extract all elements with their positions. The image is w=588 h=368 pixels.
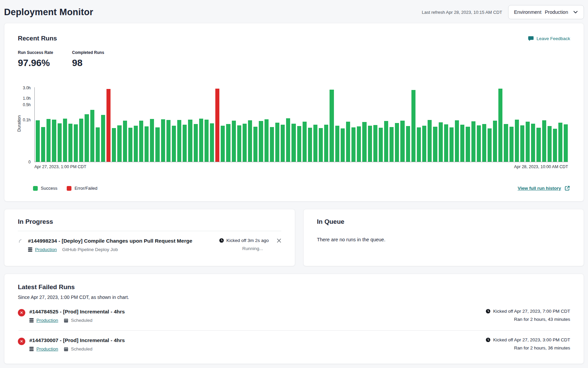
run-bar[interactable] [351, 127, 355, 162]
environment-link[interactable]: Production [36, 346, 58, 351]
run-bar[interactable] [275, 123, 279, 162]
run-bar[interactable] [444, 124, 448, 162]
run-bar[interactable] [297, 126, 301, 162]
run-bar[interactable] [482, 124, 486, 162]
run-bar[interactable] [134, 126, 138, 162]
run-bar[interactable] [128, 128, 132, 162]
run-bar[interactable] [112, 128, 116, 162]
run-bar[interactable] [433, 127, 437, 162]
run-bar[interactable] [210, 123, 214, 162]
run-bar[interactable] [177, 120, 181, 162]
close-icon[interactable] [277, 238, 281, 243]
run-bar[interactable] [558, 123, 562, 162]
run-bar[interactable] [324, 125, 328, 162]
run-bar[interactable] [477, 125, 481, 162]
run-bar[interactable] [85, 114, 89, 162]
run-bar[interactable] [330, 90, 334, 162]
run-bar[interactable] [542, 120, 546, 162]
run-bar[interactable] [90, 110, 94, 162]
run-bar[interactable] [215, 89, 219, 162]
run-bar[interactable] [259, 121, 263, 162]
run-bar[interactable] [460, 125, 464, 162]
run-bar[interactable] [41, 127, 45, 162]
run-bar[interactable] [281, 125, 285, 162]
run-bar[interactable] [101, 115, 105, 162]
run-bar[interactable] [139, 121, 143, 162]
run-bar[interactable] [439, 122, 443, 162]
run-bar[interactable] [411, 90, 415, 162]
run-bar[interactable] [199, 119, 203, 162]
run-bar[interactable] [237, 125, 241, 162]
run-bar[interactable] [406, 126, 410, 162]
run-bar[interactable] [205, 120, 209, 162]
run-bar[interactable] [155, 127, 159, 162]
run-bar[interactable] [145, 126, 149, 162]
run-bar[interactable] [341, 128, 345, 162]
run-bar[interactable] [150, 119, 154, 162]
run-bar[interactable] [564, 124, 568, 162]
run-bar[interactable] [270, 127, 274, 162]
run-bar[interactable] [291, 124, 296, 162]
run-bar[interactable] [36, 120, 40, 162]
run-bar[interactable] [253, 127, 257, 162]
run-bar[interactable] [243, 124, 247, 162]
run-bar[interactable] [226, 124, 230, 162]
run-bar[interactable] [417, 127, 421, 162]
run-bar[interactable] [123, 121, 127, 162]
run-bar[interactable] [47, 119, 51, 162]
environment-link[interactable]: Production [35, 247, 57, 252]
run-bar[interactable] [520, 125, 524, 162]
run-bar[interactable] [221, 126, 225, 162]
run-bar[interactable] [373, 125, 377, 162]
run-bar[interactable] [553, 129, 557, 162]
run-bar[interactable] [384, 121, 388, 162]
leave-feedback-link[interactable]: Leave Feedback [528, 36, 570, 41]
run-bar[interactable] [526, 122, 530, 162]
run-bar[interactable] [172, 126, 176, 162]
run-bar[interactable] [379, 128, 383, 162]
environment-link[interactable]: Production [36, 318, 58, 323]
run-bar[interactable] [117, 125, 121, 162]
run-bar[interactable] [509, 127, 514, 162]
run-bar[interactable] [504, 124, 508, 162]
run-bar[interactable] [232, 121, 236, 162]
run-bar[interactable] [466, 127, 470, 162]
run-bar[interactable] [428, 120, 432, 162]
run-bar[interactable] [357, 126, 361, 162]
run-bar[interactable] [68, 124, 72, 162]
run-bar[interactable] [74, 124, 78, 162]
run-bar[interactable] [303, 122, 307, 162]
run-bar[interactable] [536, 128, 540, 162]
run-bar[interactable] [395, 123, 399, 162]
run-bar[interactable] [248, 120, 252, 162]
run-bar[interactable] [400, 121, 404, 162]
run-bar[interactable] [515, 120, 519, 162]
run-bar[interactable] [346, 122, 350, 162]
run-bar[interactable] [265, 119, 269, 162]
run-bar[interactable] [422, 126, 426, 162]
run-bar[interactable] [58, 123, 62, 162]
run-bar[interactable] [188, 120, 192, 162]
run-bar[interactable] [498, 89, 502, 162]
run-bar[interactable] [471, 121, 475, 162]
run-bar[interactable] [63, 119, 67, 162]
run-bar[interactable] [194, 124, 198, 162]
run-bar[interactable] [390, 127, 394, 162]
run-bar[interactable] [488, 128, 492, 162]
run-bar[interactable] [493, 121, 497, 162]
run-bar[interactable] [308, 128, 312, 162]
run-bar[interactable] [548, 126, 552, 162]
run-bar[interactable] [166, 120, 171, 162]
run-bar[interactable] [335, 126, 339, 162]
run-bar[interactable] [455, 120, 459, 162]
run-bar[interactable] [362, 122, 366, 162]
run-bar[interactable] [96, 127, 100, 162]
run-bar[interactable] [319, 128, 323, 162]
run-bar[interactable] [106, 89, 111, 162]
run-bar[interactable] [368, 126, 372, 162]
run-bar[interactable] [79, 119, 83, 162]
environment-dropdown[interactable]: Environment Production [508, 5, 584, 19]
view-full-run-history-link[interactable]: View full run history [518, 185, 570, 191]
run-bar[interactable] [313, 125, 317, 162]
run-bar[interactable] [286, 118, 290, 162]
